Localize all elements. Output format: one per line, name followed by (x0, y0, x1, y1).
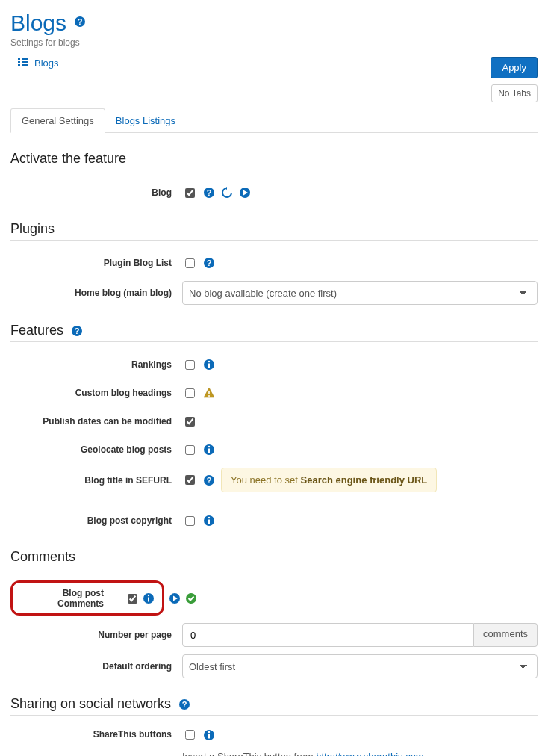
warning-icon[interactable] (203, 387, 215, 399)
custom-headings-label: Custom blog headings (10, 388, 182, 398)
blog-post-comments-label: Blog post Comments (17, 588, 114, 609)
info-icon[interactable] (203, 729, 215, 741)
blog-checkbox[interactable] (185, 188, 195, 198)
home-blog-select[interactable]: No blog available (create one first) (182, 281, 538, 305)
play-icon[interactable] (169, 592, 181, 604)
rankings-checkbox[interactable] (185, 360, 195, 370)
info-icon[interactable] (203, 444, 215, 456)
number-per-page-input[interactable] (182, 623, 474, 647)
breadcrumb[interactable]: Blogs (18, 57, 59, 69)
plugin-blog-list-label: Plugin Blog List (10, 258, 182, 268)
tab-blogs-listings[interactable]: Blogs Listings (105, 109, 186, 132)
home-blog-label: Home blog (main blog) (10, 288, 182, 298)
apply-button[interactable]: Apply (491, 57, 538, 78)
help-icon[interactable] (203, 187, 215, 199)
comments-addon: comments (474, 623, 538, 647)
rankings-label: Rankings (10, 359, 182, 370)
help-icon[interactable] (178, 698, 190, 710)
sharethis-help: Insert a ShareThis button from http://ww… (182, 751, 426, 756)
default-ordering-select[interactable]: Oldest first (182, 654, 538, 678)
page-subtitle: Settings for blogs (10, 37, 538, 48)
geolocate-checkbox[interactable] (185, 445, 195, 455)
help-icon[interactable] (74, 16, 86, 28)
sharethis-checkbox[interactable] (185, 730, 195, 740)
info-icon[interactable] (143, 592, 155, 604)
info-icon[interactable] (203, 515, 215, 527)
sefurl-warning: You need to set Search engine friendly U… (221, 468, 437, 492)
blog-post-comments-checkbox[interactable] (128, 594, 137, 604)
publish-dates-checkbox[interactable] (185, 417, 195, 427)
geolocate-label: Geolocate blog posts (10, 444, 182, 455)
plugin-blog-list-checkbox[interactable] (185, 258, 195, 268)
no-tabs-button[interactable]: No Tabs (491, 84, 538, 102)
tab-general-settings[interactable]: General Settings (10, 108, 105, 133)
default-ordering-label: Default ordering (10, 661, 182, 672)
blog-label: Blog (10, 188, 182, 198)
list-icon (18, 57, 30, 69)
section-features: Features (10, 323, 538, 342)
custom-headings-checkbox[interactable] (185, 388, 195, 398)
play-icon[interactable] (239, 187, 251, 199)
sefurl-label: Blog title in SEFURL (10, 475, 182, 486)
page-title: Blogs (10, 10, 66, 36)
info-icon[interactable] (203, 359, 215, 371)
section-plugins: Plugins (10, 221, 538, 241)
number-per-page-label: Number per page (10, 630, 182, 640)
highlight-marker: Blog post Comments (10, 580, 164, 616)
section-sharing: Sharing on social networks (10, 696, 538, 716)
sefurl-checkbox[interactable] (185, 475, 195, 485)
help-icon[interactable] (203, 257, 215, 269)
sharethis-link[interactable]: http://www.sharethis.com (316, 751, 424, 756)
section-comments: Comments (10, 549, 538, 568)
copyright-label: Blog post copyright (10, 515, 182, 526)
sharethis-label: ShareThis buttons (10, 728, 182, 740)
help-icon[interactable] (203, 474, 215, 486)
tabs: General Settings Blogs Listings (10, 108, 538, 133)
breadcrumb-label: Blogs (34, 58, 59, 69)
copyright-checkbox[interactable] (185, 516, 195, 526)
publish-dates-label: Publish dates can be modified (10, 416, 182, 427)
section-activate: Activate the feature (10, 151, 538, 170)
check-icon[interactable] (185, 592, 197, 604)
help-icon[interactable] (71, 325, 83, 337)
reset-icon[interactable] (221, 187, 233, 199)
